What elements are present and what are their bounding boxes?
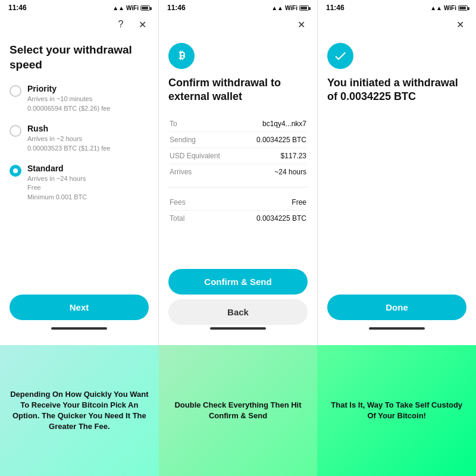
- wifi-icon-2: WiFi: [285, 5, 298, 11]
- status-bar-3: 11:46 ▲▲ WiFi: [318, 0, 476, 14]
- confirm-title: Confirm withdrawal to external wallet: [168, 76, 308, 104]
- close-icon[interactable]: ✕: [134, 17, 150, 32]
- status-bar-2: 11:46 ▲▲ WiFi: [159, 0, 317, 14]
- detail-sending: Sending 0.0034225 BTC: [170, 132, 306, 148]
- fees-table: Fees Free Total 0.0034225 BTC: [168, 193, 308, 227]
- detail-to: To bc1qy4...nkx7: [170, 116, 306, 132]
- screen1-header: ? ✕: [0, 14, 158, 37]
- wifi-icon: WiFi: [126, 5, 139, 11]
- time-3: 11:46: [326, 4, 345, 12]
- screen3-header: ✕: [318, 14, 476, 37]
- caption-text-2: Double Check Everything Then Hit Confirm…: [167, 400, 309, 421]
- caption-text-1: Depending On How Quickly You Want To Rec…: [8, 389, 151, 433]
- detail-arrives: Arrives ~24 hours: [170, 164, 306, 180]
- next-button[interactable]: Next: [10, 295, 149, 320]
- caption-2: Double Check Everything Then Hit Confirm…: [159, 345, 318, 476]
- success-title: You initiated a withdrawal of 0.0034225 …: [327, 76, 466, 104]
- status-icons-1: ▲▲ WiFi: [112, 5, 150, 11]
- screen1-content: Select your withdrawal speed Priority Ar…: [0, 37, 158, 289]
- check-svg: [333, 49, 347, 63]
- radio-rush[interactable]: [10, 125, 21, 137]
- divider: [168, 187, 308, 187]
- option-standard[interactable]: Standard Arrives in ~24 hours Free Minim…: [10, 164, 149, 202]
- caption-3: That Is It, Way To Take Self Custody Of …: [317, 345, 476, 476]
- rush-desc: Arrives in ~2 hours 0.00003523 BTC ($1.2…: [27, 134, 110, 153]
- standard-desc: Arrives in ~24 hours Free Minimum 0.001 …: [27, 174, 87, 202]
- captions-row: Depending On How Quickly You Want To Rec…: [0, 345, 476, 476]
- detail-fees: Fees Free: [170, 195, 306, 211]
- status-icons-2: ▲▲ WiFi: [271, 5, 309, 11]
- screen1-footer: Next: [0, 289, 158, 345]
- battery-icon-3: [458, 5, 468, 11]
- signal-icon-3: ▲▲: [430, 5, 442, 11]
- checkmark-icon: [327, 43, 353, 69]
- caption-text-3: That Is It, Way To Take Self Custody Of …: [325, 400, 468, 421]
- battery-icon-2: [299, 5, 309, 11]
- withdrawal-speed-title: Select your withdrawal speed: [10, 43, 149, 72]
- home-indicator-1: [51, 327, 107, 330]
- close-icon-3[interactable]: ✕: [452, 17, 468, 32]
- signal-icon-2: ▲▲: [271, 5, 283, 11]
- home-indicator-2: [210, 327, 266, 330]
- priority-desc: Arrives in ~10 minutes 0.00006594 BTC ($…: [27, 95, 110, 113]
- screen2-footer: Confirm & Send Back: [159, 263, 317, 345]
- wifi-icon-3: WiFi: [444, 5, 456, 11]
- screen-confirm-withdrawal: 11:46 ▲▲ WiFi ✕ Confirm withdrawal to ex…: [159, 0, 318, 345]
- screen3-content: You initiated a withdrawal of 0.0034225 …: [318, 37, 476, 289]
- close-icon-2[interactable]: ✕: [293, 17, 309, 32]
- back-button[interactable]: Back: [168, 299, 308, 325]
- bitcoin-svg: [174, 49, 189, 63]
- confirm-send-button[interactable]: Confirm & Send: [168, 269, 308, 295]
- detail-total: Total 0.0034225 BTC: [170, 211, 306, 226]
- screen2-header: ✕: [159, 14, 317, 37]
- done-button[interactable]: Done: [327, 295, 466, 320]
- priority-label: Priority: [27, 84, 110, 93]
- screen3-footer: Done: [318, 289, 476, 345]
- time-2: 11:46: [167, 4, 186, 12]
- signal-icon: ▲▲: [112, 5, 124, 11]
- option-rush[interactable]: Rush Arrives in ~2 hours 0.00003523 BTC …: [10, 124, 149, 153]
- radio-priority[interactable]: [10, 85, 21, 97]
- option-priority[interactable]: Priority Arrives in ~10 minutes 0.000065…: [10, 84, 149, 113]
- bitcoin-icon: [168, 43, 195, 69]
- radio-standard[interactable]: [10, 165, 21, 177]
- screen-success: 11:46 ▲▲ WiFi ✕ You initiated a withdraw…: [318, 0, 476, 345]
- screen-withdrawal-speed: 11:46 ▲▲ WiFi ? ✕ Select your withdrawal…: [0, 0, 159, 345]
- status-icons-3: ▲▲ WiFi: [430, 5, 468, 11]
- caption-1: Depending On How Quickly You Want To Rec…: [0, 345, 159, 476]
- standard-label: Standard: [27, 164, 87, 173]
- screen2-content: Confirm withdrawal to external wallet To…: [159, 37, 317, 263]
- detail-usd: USD Equivalent $117.23: [170, 148, 306, 164]
- status-bar-1: 11:46 ▲▲ WiFi: [0, 0, 158, 14]
- battery-icon: [140, 5, 150, 11]
- help-icon[interactable]: ?: [113, 17, 129, 32]
- detail-table: To bc1qy4...nkx7 Sending 0.0034225 BTC U…: [168, 115, 308, 181]
- rush-label: Rush: [27, 124, 110, 133]
- time-1: 11:46: [8, 4, 27, 12]
- home-indicator-3: [369, 327, 425, 330]
